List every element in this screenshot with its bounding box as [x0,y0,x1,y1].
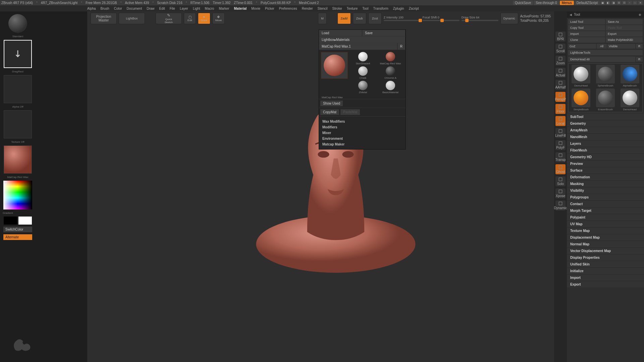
brush-preview[interactable] [8,14,27,33]
strip-aahalf[interactable]: AAHalf [555,80,566,90]
tool-section-subtool[interactable]: SubTool [567,114,644,120]
texture-slot[interactable] [4,110,32,138]
goz-all-button[interactable]: All [597,44,607,49]
mat-submenu-matcap-maker[interactable]: Matcap Maker [322,141,402,147]
quicksketch-button[interactable]: ✎Quick Sketch [156,13,182,24]
menu-stroke[interactable]: Stroke [332,7,342,10]
tool-r-button[interactable]: R [636,57,643,62]
menu-marker[interactable]: Marker [219,7,229,10]
mat-r-button[interactable]: R [397,43,406,50]
menu-preferences[interactable]: Preferences [279,7,297,10]
zcut-button[interactable]: Zcut [368,13,382,24]
tool-section-fibermesh[interactable]: FiberMesh [567,147,644,154]
color-black[interactable] [4,217,17,225]
import-button[interactable]: Import [568,31,605,37]
clone-button[interactable]: Clone [568,37,605,43]
tool-section-vector-displacement-map[interactable]: Vector Displacement Map [567,248,644,254]
tool-brush-demohead[interactable]: DemoHead [570,65,593,87]
strip-polyf[interactable]: PolyF [555,140,566,150]
menu-edit[interactable]: Edit [159,7,165,10]
strip-bpr[interactable]: BPR [555,32,566,42]
dynamic-button[interactable]: Dynamic [500,13,518,24]
mat-submenu-modifiers[interactable]: Modifiers [322,124,402,130]
material-swatch-basic[interactable]: BasicMaterial [377,81,404,94]
lightbox-materials-button[interactable]: Lightbox▸Materials [319,37,406,43]
draw-size-slider[interactable]: Draw Size 64 [462,16,498,21]
tool-section-nanomesh[interactable]: NanoMesh [567,134,644,140]
alternate-button[interactable]: Alternate [3,234,32,240]
mat-submenu-wax-modifiers[interactable]: Wax Modifiers [322,119,402,124]
tool-section-visibility[interactable]: Visibility [567,187,644,194]
material-slot[interactable] [4,145,32,174]
minimize-icon[interactable]: − [627,1,632,5]
mat-submenu-environment[interactable]: Environment [322,136,402,141]
tool-brush-alphabrush[interactable]: AlphaBrush [618,65,641,87]
tool-section-uv-map[interactable]: UV Map [567,221,644,228]
tool-brush-eraserbrush[interactable]: EraserBrush [594,88,617,111]
tool-section-masking[interactable]: Masking [567,181,644,187]
menu-document[interactable]: Document [127,7,142,10]
default-script[interactable]: DefaultZScript [575,1,600,5]
goz-button[interactable]: GoZ [568,44,596,49]
menu-layer[interactable]: Layer [180,7,188,10]
strip-ghost[interactable]: Ghost [555,164,566,174]
tool-brush-demohead[interactable]: DemoHead [618,88,641,111]
win-icon-4[interactable]: ⊟ [616,1,621,5]
menu-light[interactable]: Light [193,7,200,10]
color-picker[interactable] [3,181,32,209]
win-icon-1[interactable]: ▣ [600,1,605,5]
copymat-button[interactable]: CopyMat [320,109,339,115]
export-button[interactable]: Export [606,31,643,37]
menu-draw[interactable]: Draw [147,7,154,10]
strip-perspp[interactable]: PerspP [555,92,566,102]
goz-visible-button[interactable]: Visible [607,44,635,49]
strip-dynamic[interactable]: Dynamic [555,200,566,210]
menu-color[interactable]: Color [114,7,122,10]
menus-toggle[interactable]: Menus [560,1,574,5]
lightbox-tools-button[interactable]: Lightbox▸Tools [568,50,643,55]
alpha-slot[interactable] [4,75,32,103]
save-as-button[interactable]: Save As [606,19,643,24]
material-swatch-skinshade[interactable]: SkinShade4 [350,52,376,65]
show-used-button[interactable]: Show Used [320,101,343,106]
menu-stencil[interactable]: Stencil [318,7,328,10]
tool-section-initialize[interactable]: Initialize [567,268,644,275]
close-panel-icon[interactable]: ⊗ [639,13,641,16]
win-icon-5[interactable]: ⊡ [622,1,627,5]
material-swatch-redwax2[interactable]: MatCap Red Wax [377,52,404,65]
tool-section-normal-map[interactable]: Normal Map [567,241,644,248]
tool-section-surface[interactable]: Surface [567,167,644,174]
tool-section-polygroups[interactable]: Polygroups [567,194,644,201]
menu-movie[interactable]: Movie [251,7,260,10]
pastemat-button[interactable]: PasteMat [340,109,360,115]
color-white[interactable] [18,217,32,225]
tool-section-deformation[interactable]: Deformation [567,174,644,181]
goz-r-button[interactable]: R [636,44,643,49]
load-tool-button[interactable]: Load Tool [568,19,605,24]
menu-picker[interactable]: Picker [265,7,274,10]
strip-zoom[interactable]: Zoom [555,56,566,66]
tool-section-morph-target[interactable]: Morph Target [567,207,644,214]
tool-section-polypaint[interactable]: Polypaint [567,214,644,221]
menu-zscript[interactable]: Zscript [409,7,419,10]
paste-tool-button[interactable]: Paste Tool [606,25,643,31]
tool-section-import[interactable]: Import [567,275,644,281]
strip-xpose[interactable]: Xpose [555,188,566,198]
tool-section-preview[interactable]: Preview [567,161,644,167]
focal-shift-slider[interactable]: Focal Shift 0 [423,16,460,21]
menu-render[interactable]: Render [302,7,313,10]
mat-load-button[interactable]: Load [319,30,362,36]
tool-section-displacement-map[interactable]: Displacement Map [567,234,644,241]
menu-zplugin[interactable]: Zplugin [393,7,404,10]
material-swatch-current[interactable] [321,52,348,79]
close-icon[interactable]: ✕ [638,1,643,5]
menu-material[interactable]: Material [234,7,247,10]
menu-tool[interactable]: Tool [362,7,368,10]
move-button[interactable]: ✥Move [212,13,225,24]
tool-section-layers[interactable]: Layers [567,140,644,147]
menu-file[interactable]: File [170,7,175,10]
tool-section-geometry[interactable]: Geometry [567,120,644,127]
strip-solo[interactable]: Solo [555,176,566,186]
strip-actual[interactable]: Actual [555,68,566,78]
projection-master-button[interactable]: Projection Master [91,13,117,24]
